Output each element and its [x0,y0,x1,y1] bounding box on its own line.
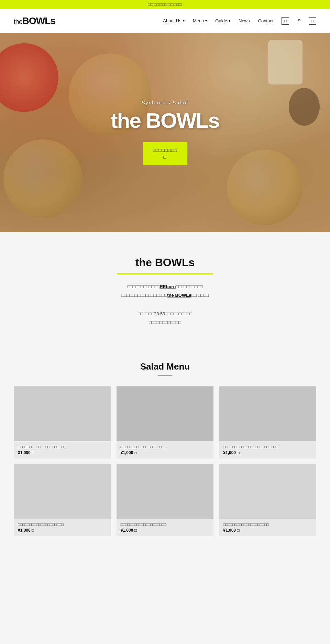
menu-section-title: Salad Menu [14,361,316,372]
main-nav: About Us ▾ Menu ▾ Guide ▾ News Contact □… [163,17,316,25]
hero-section: Synbiotics Salad the BOWLs □□□□□□□□□ [0,33,330,232]
menu-card-name: □□□□□□□□□□□□□□□□□□□□ [18,522,107,527]
drink-decoration-2 [289,88,320,126]
chevron-icon: ▾ [183,19,185,23]
nav-icon-box[interactable]: □ [282,17,289,25]
nav-about[interactable]: About Us ▾ [163,18,184,23]
menu-card: □□□□□□□□□□□□□□□□□□□□ ¥1,000 □ [219,464,316,536]
hero-cta-button[interactable]: □□□□□□□□□ [143,142,188,165]
menu-card-image [117,386,214,441]
nav-contact[interactable]: Contact [258,18,274,23]
menu-card-name: □□□□□□□□□□□□□□□□□□□□ [223,522,312,527]
hero-cta-label: □□□□□□□□□ [153,148,177,160]
menu-card-info: □□□□□□□□□□□□□□□□□□□□ ¥1,000 □ [14,519,111,536]
about-note-line2: □□□□□□□□□□□□ [14,318,316,327]
menu-card: □□□□□□□□□□□□□□□□□□□□□□□□ ¥1,000 □ [219,386,316,459]
logo[interactable]: theBOWLs [14,15,55,26]
menu-card-image [14,464,111,519]
bowl-decoration-4 [227,150,302,225]
about-text-line1: □□□□□□□□□□□□REborn□□□□□□□□□□ [127,284,203,289]
menu-card-price: ¥1,000 □ [18,450,107,455]
about-text-line2: □□□□□□□□□□□□□□□□□the BOWLs□□ □□□□ [121,293,209,298]
nav-menu[interactable]: Menu ▾ [193,18,207,23]
banner-text: □□□□□□□□□□□□ [148,2,182,7]
nav-news[interactable]: News [239,18,250,23]
menu-card: □□□□□□□□□□□□□□□□□□□□ ¥1,000 □ [117,464,214,536]
menu-grid: □□□□□□□□□□□□□□□□□□□□ ¥1,000 □ □□□□□□□□□□… [14,386,316,536]
bowl-decoration-3 [3,139,82,218]
menu-card: □□□□□□□□□□□□□□□□□□□□ ¥1,000 □ [14,464,111,536]
hero-title: the BOWLs [111,108,219,133]
yellow-underline [117,273,213,274]
menu-card-price: ¥1,000 □ [121,450,210,455]
menu-card-info: □□□□□□□□□□□□□□□□□□□□□□□□ ¥1,000 □ [219,441,316,459]
nav-icon-box2[interactable]: □ [309,17,316,25]
chevron-icon: ▾ [205,19,207,23]
menu-card-image [219,386,316,441]
salad-menu-section: Salad Menu □□□□□□□□□□□□□□□□□□□□ ¥1,000 □… [0,344,330,557]
about-section: the BOWLs □□□□□□□□□□□□REborn□□□□□□□□□□ □… [0,232,330,344]
bowls-link[interactable]: the BOWLs [167,293,191,298]
menu-card: □□□□□□□□□□□□□□□□□□□□ ¥1,000 □ [14,386,111,459]
nav-guide[interactable]: Guide ▾ [215,18,230,23]
menu-card-info: □□□□□□□□□□□□□□□□□□□□ ¥1,000 □ [219,519,316,536]
hero-content: Synbiotics Salad the BOWLs □□□□□□□□□ [111,100,219,165]
about-title: the BOWLs [14,256,316,269]
menu-card-name: □□□□□□□□□□□□□□□□□□□□□□□□ [223,445,312,449]
chevron-icon: ▾ [229,19,230,23]
menu-card-name: □□□□□□□□□□□□□□□□□□□□ [18,445,107,449]
hero-subtitle: Synbiotics Salad [111,100,219,105]
logo-the: the [14,18,22,25]
menu-card-price: ¥1,000 □ [223,528,312,533]
menu-card-info: □□□□□□□□□□□□□□□□□□□□ ¥1,000 □ [117,441,214,459]
menu-card-price: ¥1,000 □ [121,528,210,533]
menu-card: □□□□□□□□□□□□□□□□□□□□ ¥1,000 □ [117,386,214,459]
menu-card-name: □□□□□□□□□□□□□□□□□□□□ [121,445,210,449]
about-note-line1: □□□□□□23:59□□□□□□□□□□ [14,310,316,318]
drink-decoration-1 [268,40,302,84]
menu-card-info: □□□□□□□□□□□□□□□□□□□□ ¥1,000 □ [117,519,214,536]
menu-card-price: ¥1,000 □ [18,528,107,533]
menu-card-image [219,464,316,519]
header: theBOWLs About Us ▾ Menu ▾ Guide ▾ News … [0,9,330,33]
about-note: □□□□□□23:59□□□□□□□□□□ □□□□□□□□□□□□ [14,310,316,327]
reborn-link[interactable]: REborn [160,284,176,289]
menu-card-info: □□□□□□□□□□□□□□□□□□□□ ¥1,000 □ [14,441,111,459]
menu-card-name: □□□□□□□□□□□□□□□□□□□□ [121,522,210,527]
menu-card-image [117,464,214,519]
menu-card-image [14,386,111,441]
menu-divider [158,375,172,376]
top-banner: □□□□□□□□□□□□ [0,0,330,9]
menu-card-price: ¥1,000 □ [223,450,312,455]
about-text: □□□□□□□□□□□□REborn□□□□□□□□□□ □□□□□□□□□□□… [69,283,261,300]
nav-s-label[interactable]: S [297,18,300,23]
logo-bowls: BOWLs [22,15,55,26]
